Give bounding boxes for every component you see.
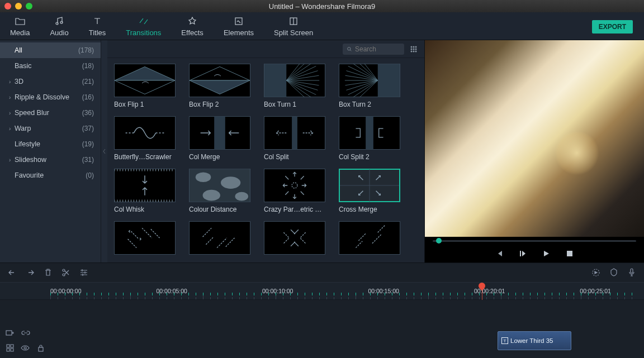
svg-point-13 bbox=[415, 50, 417, 52]
marker-button[interactable] bbox=[609, 268, 618, 277]
transition-label: Col Merge bbox=[189, 153, 250, 161]
tab-label: Effects bbox=[181, 28, 203, 37]
svg-marker-16 bbox=[190, 66, 250, 80]
scrub-thumb-icon[interactable] bbox=[436, 238, 442, 244]
tab-media[interactable]: Media bbox=[6, 13, 34, 39]
transition-item[interactable] bbox=[264, 221, 332, 255]
visibility-button[interactable] bbox=[21, 343, 30, 352]
transition-thumbnail[interactable] bbox=[114, 64, 176, 97]
transition-item[interactable]: Colour Distance bbox=[189, 169, 257, 213]
tracks-area[interactable]: T Lower Third 35 bbox=[50, 300, 644, 358]
sidebar-item[interactable]: ›Ripple & Dissolve(16) bbox=[0, 89, 101, 105]
tab-label: Split Screen bbox=[274, 28, 313, 37]
transition-label: Colour Distance bbox=[189, 206, 250, 213]
minimize-window[interactable] bbox=[15, 3, 22, 9]
svg-point-4 bbox=[348, 47, 351, 50]
tab-audio[interactable]: Audio bbox=[45, 13, 73, 39]
close-window[interactable] bbox=[4, 3, 11, 9]
transition-thumbnail[interactable] bbox=[339, 169, 400, 202]
transition-thumbnail[interactable] bbox=[189, 169, 250, 202]
transition-item[interactable]: Box Flip 2 bbox=[189, 64, 257, 108]
svg-rect-111 bbox=[39, 347, 43, 351]
delete-button[interactable] bbox=[44, 268, 53, 277]
render-button[interactable] bbox=[591, 268, 600, 277]
sidebar-item[interactable]: ›Speed Blur(36) bbox=[0, 105, 101, 121]
split-button[interactable] bbox=[61, 268, 70, 277]
transition-thumbnail[interactable] bbox=[189, 221, 250, 255]
svg-rect-44 bbox=[214, 117, 225, 150]
svg-rect-46 bbox=[366, 117, 373, 150]
svg-rect-18 bbox=[264, 64, 286, 97]
tab-split-screen[interactable]: Split Screen bbox=[269, 13, 318, 39]
record-voiceover-button[interactable] bbox=[627, 268, 636, 277]
elements-icon bbox=[233, 16, 244, 27]
preview-video[interactable] bbox=[425, 40, 644, 237]
sidebar-collapse-handle[interactable] bbox=[101, 40, 107, 262]
transition-item[interactable] bbox=[339, 221, 407, 255]
transition-item[interactable]: Butterfly…Scrawler bbox=[114, 116, 182, 161]
sidebar-item[interactable]: All(178) bbox=[0, 42, 101, 58]
transition-thumbnail[interactable] bbox=[264, 64, 325, 97]
transition-thumbnail[interactable] bbox=[264, 169, 325, 202]
redo-button[interactable] bbox=[26, 268, 35, 277]
add-track-button[interactable] bbox=[6, 328, 15, 337]
transition-item[interactable]: Cross Merge bbox=[339, 169, 407, 213]
zoom-button[interactable] bbox=[6, 343, 14, 352]
transition-item[interactable]: Col Merge bbox=[189, 116, 257, 161]
search-input[interactable] bbox=[355, 45, 400, 53]
sidebar-item[interactable]: Lifestyle(19) bbox=[0, 136, 101, 152]
transition-item[interactable]: Col Split 2 bbox=[339, 116, 407, 161]
svg-point-92 bbox=[196, 172, 211, 182]
export-button[interactable]: EXPORT bbox=[592, 20, 633, 34]
transition-thumbnail[interactable] bbox=[189, 64, 250, 97]
transition-thumbnail[interactable] bbox=[264, 221, 325, 255]
transition-item[interactable] bbox=[189, 221, 257, 255]
transition-item[interactable]: Col Whisk bbox=[114, 169, 182, 213]
sidebar-item[interactable]: Basic(18) bbox=[0, 58, 101, 74]
clip-label: Lower Third 35 bbox=[510, 337, 553, 344]
prev-frame-button[interactable] bbox=[494, 249, 504, 259]
tab-elements[interactable]: Elements bbox=[219, 13, 258, 39]
tab-transitions[interactable]: Transitions bbox=[121, 13, 165, 39]
step-back-button[interactable] bbox=[518, 249, 528, 259]
transition-thumbnail[interactable] bbox=[114, 116, 176, 150]
transition-label: Box Turn 2 bbox=[339, 101, 400, 108]
preview-scrubber[interactable] bbox=[425, 237, 644, 245]
transition-item[interactable]: Box Turn 2 bbox=[339, 64, 407, 108]
undo-button[interactable] bbox=[8, 268, 17, 277]
search-box[interactable] bbox=[343, 44, 404, 55]
grid-view-icon[interactable] bbox=[409, 44, 419, 54]
transition-thumbnail[interactable] bbox=[339, 64, 400, 97]
sidebar-item[interactable]: Favourite(0) bbox=[0, 168, 101, 183]
link-button[interactable] bbox=[21, 328, 30, 337]
stop-button[interactable] bbox=[565, 249, 575, 259]
sidebar-item[interactable]: ›3D(21) bbox=[0, 74, 101, 89]
transition-thumbnail[interactable] bbox=[114, 221, 176, 255]
tab-effects[interactable]: Effects bbox=[177, 13, 208, 39]
window-title: Untitled – Wondershare Filmora9 bbox=[269, 2, 376, 11]
transition-thumbnail[interactable] bbox=[339, 221, 400, 255]
lock-button[interactable] bbox=[36, 343, 45, 352]
transition-item[interactable]: Box Turn 1 bbox=[264, 64, 332, 108]
sidebar-item[interactable]: ›Slideshow(31) bbox=[0, 152, 101, 168]
svg-point-10 bbox=[415, 48, 417, 50]
transition-item[interactable]: Box Flip 1 bbox=[114, 64, 182, 108]
time-ruler[interactable]: 00:00:00:0000:00:05:0000:00:10:0000:00:1… bbox=[0, 282, 644, 300]
maximize-window[interactable] bbox=[26, 3, 32, 9]
transition-thumbnail[interactable] bbox=[189, 116, 250, 150]
svg-rect-109 bbox=[11, 349, 13, 351]
svg-point-7 bbox=[415, 46, 417, 47]
play-button[interactable] bbox=[541, 249, 551, 259]
adjust-button[interactable] bbox=[79, 268, 88, 277]
transition-item[interactable] bbox=[114, 221, 182, 255]
timeline-clip[interactable]: T Lower Third 35 bbox=[498, 331, 571, 350]
transition-item[interactable]: Col Split bbox=[264, 116, 332, 161]
transition-thumbnail[interactable] bbox=[114, 169, 176, 202]
preview-controls bbox=[425, 245, 644, 262]
category-sidebar: All(178)Basic(18)›3D(21)›Ripple & Dissol… bbox=[0, 40, 101, 262]
transition-item[interactable]: Crazy Par…etric Fun bbox=[264, 169, 332, 213]
transition-thumbnail[interactable] bbox=[264, 116, 325, 150]
sidebar-item[interactable]: ›Warp(37) bbox=[0, 121, 101, 136]
tab-titles[interactable]: Titles bbox=[84, 13, 111, 39]
transition-thumbnail[interactable] bbox=[339, 116, 400, 150]
